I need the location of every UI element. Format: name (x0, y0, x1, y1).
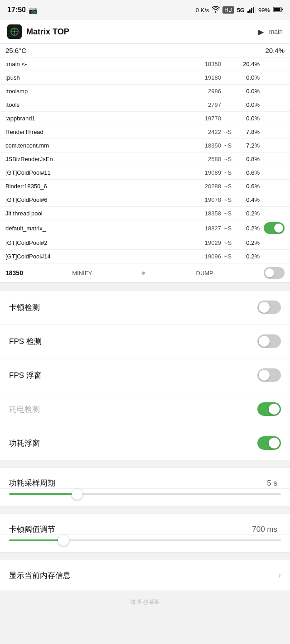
app-header: Matrix TOP ▶ main (0, 20, 290, 44)
thread-name: com.tencent.mm (5, 142, 189, 149)
bottom-bar: 18350 MINIFY ● DUMP (0, 263, 290, 282)
app-header-right: ▶ main (256, 27, 283, 36)
slider-thumb-freeze-threshold[interactable] (58, 535, 69, 546)
thread-name: :main <- (5, 61, 189, 67)
thread-row: default_matrix_ 18827 ~S 0.2% (0, 220, 290, 236)
thread-toggle-switch[interactable] (264, 222, 285, 234)
play-button[interactable]: ▶ (256, 27, 266, 36)
thread-row: :tools 2797 0.0% (0, 98, 290, 111)
thread-pid: 19180 (189, 74, 221, 81)
svg-rect-0 (247, 11, 249, 13)
thread-state: ~S (221, 196, 235, 203)
slider-label-row-freeze-threshold: 卡顿阈值调节 700 ms (0, 514, 290, 535)
thread-state: ~S (221, 156, 235, 162)
thread-cpu: 7.8% (235, 129, 260, 135)
thread-name: [GT]ColdPool#11 (5, 169, 189, 176)
thread-state: ~S (221, 239, 235, 246)
thread-cpu: 0.6% (235, 183, 260, 190)
thread-name: Binder:18350_6 (5, 183, 189, 190)
temp-right: 20.4% (265, 47, 285, 54)
toggle-fps-float[interactable] (257, 368, 281, 382)
thread-state: ~S (221, 253, 235, 260)
thread-pid: 18827 (189, 225, 221, 232)
slider-thumb-power-sample[interactable] (72, 489, 82, 500)
slider-track-power-sample (9, 493, 281, 495)
slider-label-power-sample: 功耗采样周期 (9, 478, 55, 488)
bottom-pid: 18350 (5, 269, 23, 277)
bottom-toggle-container (264, 267, 285, 279)
signal-bars (247, 6, 256, 14)
app-icon (7, 24, 22, 39)
thread-pid: 19029 (189, 239, 221, 246)
thread-cpu: 0.2% (235, 225, 260, 232)
battery-text: 99% (258, 7, 270, 14)
settings-label-fps-detect: FPS 检测 (9, 336, 42, 347)
thread-name: RenderThread (5, 129, 189, 135)
thread-row: Jit thread pool 18358 ~S 0.2% (0, 206, 290, 220)
svg-rect-1 (249, 10, 251, 13)
thread-row: :appbrand1 19770 0.0% (0, 111, 290, 125)
slider-fill-freeze-threshold (9, 539, 63, 541)
settings-row-fps-float: FPS 浮窗 (0, 358, 290, 392)
thread-row: com.tencent.mm 18350 ~S 7.2% (0, 138, 290, 152)
thread-cpu: 0.0% (235, 101, 260, 108)
slider-track-freeze-threshold (9, 539, 281, 541)
svg-rect-2 (251, 8, 252, 13)
thread-cpu: 0.0% (235, 74, 260, 81)
thread-state: ~S (221, 183, 235, 190)
thread-cpu: 7.2% (235, 142, 260, 149)
slider-fill-power-sample (9, 493, 77, 495)
toggle-fps-detect[interactable] (257, 334, 281, 348)
slider-row-power-sample (0, 493, 290, 506)
thread-row: [GT]ColdPool#2 19029 ~S 0.2% (0, 236, 290, 249)
settings-row-fps-detect: FPS 检测 (0, 324, 290, 358)
thread-pid: 19096 (189, 253, 221, 260)
thread-pid: 18358 (189, 210, 221, 217)
thread-cpu: 0.0% (235, 115, 260, 122)
slider-value-freeze-threshold: 700 ms (252, 525, 277, 534)
camera-icon: 📷 (29, 6, 38, 14)
app-header-left: Matrix TOP (7, 24, 69, 39)
thread-cpu: 0.0% (235, 88, 260, 95)
watermark: 微博 @某某 (0, 591, 290, 613)
thread-row: Binder:18350_6 20288 ~S 0.6% (0, 179, 290, 193)
main-label: main (269, 28, 283, 35)
thread-cpu: 0.2% (235, 253, 260, 260)
memory-row[interactable]: 显示当前内存信息 › (0, 560, 290, 591)
bottom-dump-toggle[interactable] (264, 267, 285, 279)
thread-row: JSBizRenderJsEn 2580 ~S 0.8% (0, 152, 290, 166)
temp-row: 25.6°C 20.4% (0, 44, 290, 57)
toggle-settings-section: 卡顿检测 FPS 检测 FPS 浮窗 耗电检测 功耗浮窗 (0, 290, 290, 460)
app-title: Matrix TOP (26, 27, 69, 37)
thread-pid: 2986 (189, 88, 221, 95)
thread-name: [GT]ColdPool#6 (5, 196, 189, 203)
settings-label-freeze-detect: 卡顿检测 (9, 302, 40, 313)
slider-label-row-power-sample: 功耗采样周期 5 s (0, 468, 290, 489)
hd-badge: HD (222, 6, 234, 14)
slider-label-freeze-threshold: 卡顿阈值调节 (9, 524, 55, 534)
bottom-dump[interactable]: DUMP (150, 270, 259, 277)
toggle-freeze-detect[interactable] (257, 301, 281, 314)
thread-name: Jit thread pool (5, 210, 189, 217)
bottom-dot: ● (141, 269, 146, 277)
thread-cpu: 0.6% (235, 169, 260, 176)
memory-arrow: › (278, 571, 281, 580)
thread-pid: 19770 (189, 115, 221, 122)
thread-pid: 2422 (189, 129, 221, 135)
toggle-power-detect[interactable] (257, 402, 281, 416)
settings-row-power-float: 功耗浮窗 (0, 426, 290, 460)
toggle-power-float[interactable] (257, 436, 281, 450)
thread-name: :toolsmp (5, 88, 189, 95)
thread-state: ~S (221, 210, 235, 217)
signal-5g: 5G (237, 7, 245, 14)
bottom-minify[interactable]: MINIFY (28, 270, 137, 277)
thread-list: :main <- 18350 20.4% :push 19180 0.0% :t… (0, 57, 290, 263)
thread-pid: 19089 (189, 169, 221, 176)
thread-name: [GT]ColdPool#2 (5, 239, 189, 246)
slider-value-power-sample: 5 s (267, 479, 277, 488)
settings-row-freeze-detect: 卡顿检测 (0, 291, 290, 324)
thread-cpu: 0.8% (235, 156, 260, 162)
temp-left: 25.6°C (5, 47, 26, 54)
thread-state: ~S (221, 169, 235, 176)
thread-row: [GT]ColdPool#14 19096 ~S 0.2% (0, 249, 290, 263)
